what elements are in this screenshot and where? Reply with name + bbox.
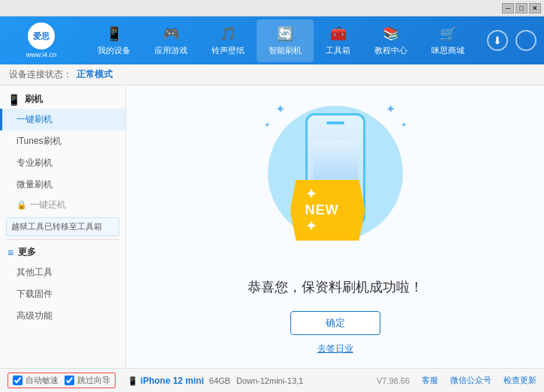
nav-toolbox-label: 工具箱	[326, 45, 350, 56]
nav-toolbox[interactable]: 🧰 工具箱	[314, 19, 362, 62]
sidebar-item-download-fw[interactable]: 下载固件	[0, 283, 125, 305]
nav-my-device-label: 我的设备	[98, 45, 131, 56]
nav-tutorial[interactable]: 📚 教程中心	[362, 19, 419, 62]
device-icon: 📱	[128, 376, 138, 385]
sidebar-notice: 越狱工具已转移至工具箱	[6, 217, 119, 236]
sidebar-divider	[6, 239, 119, 240]
flash-section-icon: 📱	[8, 94, 20, 106]
more-section-header: ≡ 更多	[0, 243, 125, 262]
bottom-left: 自动敏速 跳过向导 📱 iPhone 12 mini 64GB Down-12m…	[8, 373, 377, 388]
auto-flash-input[interactable]	[13, 376, 23, 385]
flash-section-title: 刷机	[25, 93, 43, 106]
download-button[interactable]: ⬇	[487, 30, 508, 51]
nav-bar: 📱 我的设备 🎮 应用游戏 🎵 铃声壁纸 🔄 智能刷机 🧰 工具箱 📚 教程中心…	[75, 19, 487, 62]
logo-icon: 爱思	[28, 22, 55, 49]
sparkle-top-right: ✦	[386, 102, 395, 116]
tutorial-icon: 📚	[383, 25, 399, 42]
nav-apps-games[interactable]: 🎮 应用游戏	[143, 19, 200, 62]
nav-smart-flash-label: 智能刷机	[269, 45, 302, 56]
version-text: V7.98.66	[377, 376, 410, 385]
new-badge-text: ✦ NEW ✦	[305, 187, 339, 234]
skip-wizard-input[interactable]	[65, 376, 74, 385]
bottom-right: V7.98.66 客服 微信公众号 检查更新	[377, 375, 536, 386]
sparkle-mid-left: ✦	[264, 121, 270, 129]
minimize-button[interactable]: ─	[502, 3, 514, 13]
sidebar-item-advanced[interactable]: 高级功能	[0, 305, 125, 327]
auto-flash-checkbox[interactable]: 自动敏速	[13, 375, 59, 386]
device-firmware: Down-12mini-13,1	[236, 376, 303, 385]
nav-ringtones[interactable]: 🎵 铃声壁纸	[200, 19, 257, 62]
device-info: 📱 iPhone 12 mini 64GB	[128, 376, 230, 386]
phone-illustration: ✦ ✦ ✦ ✦ ✦ NEW ✦	[260, 98, 410, 263]
nav-misi-store[interactable]: 🛒 咪思商城	[419, 19, 476, 62]
more-section-icon: ≡	[8, 247, 14, 259]
header: 爱思 www.i4.cn 📱 我的设备 🎮 应用游戏 🎵 铃声壁纸 🔄 智能刷机…	[0, 16, 544, 64]
ringtones-icon: 🎵	[220, 25, 236, 42]
sidebar-locked-restore: 🔒 一键还机	[0, 196, 125, 214]
content-area: ✦ ✦ ✦ ✦ ✦ NEW ✦ 恭喜您，保资料刷机成功啦！ 确定 去	[126, 85, 544, 368]
customer-service-link[interactable]: 客服	[422, 375, 438, 386]
flash-section-header: 📱 刷机	[0, 90, 125, 109]
lock-icon: 🔒	[17, 200, 27, 210]
main-layout: 📱 刷机 一键刷机 iTunes刷机 专业刷机 微量刷机 🔒 一键还机 越狱工具…	[0, 85, 544, 368]
nav-smart-flash[interactable]: 🔄 智能刷机	[257, 19, 314, 62]
user-button[interactable]: 👤	[515, 30, 536, 51]
wechat-link[interactable]: 微信公众号	[450, 375, 491, 386]
sidebar-item-other-tools[interactable]: 其他工具	[0, 262, 125, 283]
sidebar-item-pro-flash[interactable]: 专业刷机	[0, 152, 125, 174]
sidebar: 📱 刷机 一键刷机 iTunes刷机 专业刷机 微量刷机 🔒 一键还机 越狱工具…	[0, 85, 126, 368]
check-update-link[interactable]: 检查更新	[503, 375, 536, 386]
device-storage: 64GB	[209, 376, 230, 385]
checkbox-group-container: 自动敏速 跳过向导	[8, 373, 116, 388]
status-value: 正常模式	[77, 68, 113, 81]
header-right: ⬇ 👤	[487, 30, 536, 51]
goto-daily-link[interactable]: 去签日业	[317, 343, 353, 355]
sidebar-item-itunes-flash[interactable]: iTunes刷机	[0, 130, 125, 152]
window-controls: ─ □ ✕	[502, 3, 541, 13]
apps-games-icon: 🎮	[163, 25, 179, 42]
new-ribbon: ✦ NEW ✦	[290, 180, 365, 241]
success-text: 恭喜您，保资料刷机成功啦！	[248, 278, 423, 296]
nav-tutorial-label: 教程中心	[374, 45, 407, 56]
sparkle-mid-right: ✦	[401, 121, 407, 129]
title-bar: ─ □ ✕	[0, 0, 544, 16]
status-bar: 设备连接状态： 正常模式	[0, 64, 544, 85]
close-button[interactable]: ✕	[529, 3, 541, 13]
logo-area: 爱思 www.i4.cn	[8, 22, 75, 58]
auto-flash-label: 自动敏速	[26, 375, 59, 386]
toolbox-icon: 🧰	[330, 25, 347, 42]
nav-misi-store-label: 咪思商城	[431, 45, 464, 56]
nav-apps-games-label: 应用游戏	[155, 45, 188, 56]
sidebar-item-one-click-flash[interactable]: 一键刷机	[0, 109, 125, 130]
nav-ringtones-label: 铃声壁纸	[212, 45, 245, 56]
nav-my-device[interactable]: 📱 我的设备	[86, 19, 143, 62]
sparkle-top-left: ✦	[275, 102, 285, 116]
sidebar-item-weiduan-flash[interactable]: 微量刷机	[0, 174, 125, 196]
skip-wizard-checkbox[interactable]: 跳过向导	[65, 375, 110, 386]
status-label: 设备连接状态：	[9, 68, 72, 81]
bottom-bar: 自动敏速 跳过向导 📱 iPhone 12 mini 64GB Down-12m…	[0, 368, 544, 392]
phone-speaker	[326, 121, 344, 124]
maximize-button[interactable]: □	[515, 3, 527, 13]
logo-subtext: www.i4.cn	[26, 51, 57, 58]
confirm-button[interactable]: 确定	[290, 311, 380, 335]
skip-wizard-label: 跳过向导	[77, 375, 110, 386]
my-device-icon: 📱	[106, 25, 122, 42]
device-name: iPhone 12 mini	[140, 376, 204, 386]
misi-store-icon: 🛒	[440, 25, 456, 42]
more-section-title: 更多	[18, 246, 36, 259]
smart-flash-icon: 🔄	[277, 25, 293, 42]
